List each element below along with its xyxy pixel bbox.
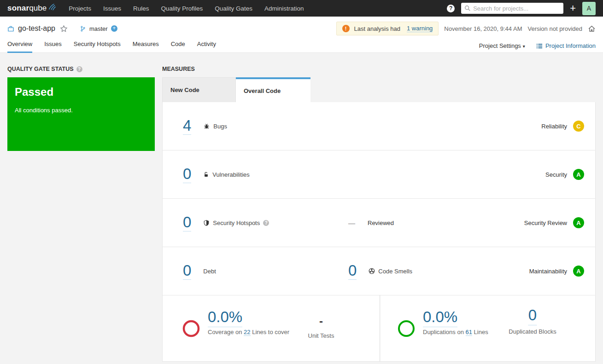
add-project-button[interactable]: +: [570, 3, 576, 13]
project-information-link[interactable]: Project Information: [536, 42, 596, 49]
shield-icon: [203, 220, 210, 226]
warning-icon: !: [342, 25, 350, 32]
tab-overall-code[interactable]: Overall Code: [236, 77, 310, 102]
duplicated-lines-link[interactable]: 61: [466, 329, 472, 336]
tab-overview[interactable]: Overview: [7, 40, 32, 53]
tab-activity[interactable]: Activity: [197, 40, 216, 53]
avatar[interactable]: A: [582, 2, 596, 15]
bugs-count-link[interactable]: 4: [183, 118, 191, 135]
quality-gate-help-icon[interactable]: ?: [76, 66, 82, 72]
lines-to-cover-link[interactable]: 22: [244, 329, 250, 336]
bugs-label: Bugs: [213, 123, 227, 130]
measures-panel: 4 Bugs Reliability C 0: [162, 102, 596, 362]
quality-gate-status-card: Passed All conditions passed.: [7, 77, 155, 151]
sonarqube-logo[interactable]: sonarqube: [7, 4, 56, 13]
menu-administration[interactable]: Administration: [264, 5, 304, 12]
coverage-percent-link[interactable]: 0.0%: [208, 308, 242, 327]
quality-gate-title-row: QUALITY GATE STATUS ?: [7, 64, 155, 74]
brand-bold: sonar: [7, 4, 29, 13]
maintainability-label: Maintainability: [529, 268, 567, 275]
menu-quality-profiles[interactable]: Quality Profiles: [161, 5, 203, 12]
measures-title-row: MEASURES: [162, 64, 596, 74]
maintainability-rating-badge[interactable]: A: [573, 266, 584, 277]
top-navbar: sonarqube Projects Issues Rules Quality …: [0, 0, 603, 17]
vulnerabilities-count-link[interactable]: 0: [183, 166, 191, 183]
project-settings-dropdown[interactable]: Project Settings▾: [479, 42, 525, 49]
code-smells-group: 0 Code Smells: [348, 263, 412, 280]
warning-link[interactable]: 1 warning: [407, 25, 433, 32]
hotspots-reviewed-group: — Reviewed: [348, 219, 394, 227]
branch-icon: [80, 25, 86, 32]
code-smells-icon: [369, 268, 375, 274]
help-icon[interactable]: ?: [447, 5, 455, 12]
tab-code[interactable]: Code: [171, 40, 185, 53]
measure-row-vulnerabilities: 0 Vulnerabilities Security A: [163, 150, 595, 199]
chevron-down-icon: ▾: [523, 44, 525, 49]
navbar-right: ? + A: [447, 2, 596, 15]
debt-label: Debt: [203, 268, 216, 275]
project-icon: [7, 25, 14, 32]
menu-rules[interactable]: Rules: [133, 5, 149, 12]
coverage-caption-suffix: Lines to cover: [252, 329, 289, 335]
security-review-rating-badge[interactable]: A: [573, 217, 584, 228]
measure-row-security-hotspots: 0 Security Hotspots ? — Reviewed Securit…: [163, 199, 595, 247]
branch-selector[interactable]: master +: [80, 25, 117, 32]
home-icon[interactable]: [588, 25, 596, 33]
project-tabs: Overview Issues Security Hotspots Measur…: [7, 40, 216, 53]
coverage-caption: Coverage on 22 Lines to cover: [208, 329, 289, 335]
project-settings-label: Project Settings: [479, 42, 521, 49]
coverage-ring-icon: [182, 319, 200, 338]
duplications-card: 0.0% Duplications on 61 Lines 0 Duplicat…: [381, 295, 595, 361]
sonar-waves-icon: [47, 3, 56, 11]
unit-tests-stat: - Unit Tests: [308, 316, 334, 339]
code-smells-count-link[interactable]: 0: [348, 263, 357, 280]
unit-tests-value: -: [308, 316, 334, 327]
brand-light: qube: [29, 4, 47, 13]
tab-measures[interactable]: Measures: [133, 40, 159, 53]
duplications-caption-prefix: Duplications on: [423, 329, 464, 335]
measures-tabs: New Code Overall Code: [162, 77, 596, 102]
debt-count-link[interactable]: 0: [183, 263, 191, 280]
version-text: Version not provided: [527, 25, 582, 32]
measure-row-maintainability: 0 Debt 0 Code Smells: [163, 247, 595, 295]
add-branch-icon[interactable]: +: [111, 25, 117, 32]
security-rating-badge[interactable]: A: [573, 169, 584, 180]
duplicated-blocks-label: Duplicated Blocks: [509, 328, 556, 335]
vulnerabilities-label: Vulnerabilities: [212, 171, 249, 178]
search-input[interactable]: [461, 3, 563, 14]
bug-icon: [203, 123, 210, 130]
duplications-percent-link[interactable]: 0.0%: [423, 308, 457, 327]
favorite-star-icon[interactable]: [60, 25, 68, 33]
coverage-card: 0.0% Coverage on 22 Lines to cover - Uni…: [163, 295, 381, 361]
unlock-icon: [203, 171, 209, 178]
code-smells-label: Code Smells: [378, 268, 412, 275]
quality-gate-message: All conditions passed.: [15, 107, 147, 114]
unit-tests-label: Unit Tests: [308, 332, 334, 339]
reviewed-label: Reviewed: [368, 220, 394, 226]
menu-issues[interactable]: Issues: [103, 5, 121, 12]
tab-new-code[interactable]: New Code: [162, 77, 236, 102]
reviewed-dash: —: [348, 219, 355, 227]
quality-gate-title: QUALITY GATE STATUS: [7, 66, 74, 72]
project-information-label: Project Information: [545, 42, 596, 49]
analysis-warning-banner: ! Last analysis had1 warning: [336, 22, 439, 35]
menu-quality-gates[interactable]: Quality Gates: [215, 5, 252, 12]
hotspots-count-link[interactable]: 0: [183, 214, 191, 231]
duplications-ring-icon: [397, 319, 416, 338]
project-name: go-test-app: [18, 24, 55, 33]
duplicated-blocks-stat: 0 Duplicated Blocks: [509, 307, 556, 335]
tab-issues[interactable]: Issues: [44, 40, 62, 53]
reliability-rating-badge[interactable]: C: [573, 121, 584, 132]
hotspots-help-icon[interactable]: ?: [263, 220, 269, 226]
main-menu: Projects Issues Rules Quality Profiles Q…: [69, 5, 304, 12]
duplications-caption-suffix: Lines: [474, 329, 488, 335]
reliability-label: Reliability: [541, 123, 567, 130]
duplicated-blocks-link[interactable]: 0: [528, 306, 537, 325]
measures-title: MEASURES: [162, 66, 195, 72]
tab-security-hotspots[interactable]: Security Hotspots: [74, 40, 121, 53]
list-icon: [536, 43, 543, 49]
coverage-caption-prefix: Coverage on: [208, 329, 242, 335]
measure-row-bugs: 4 Bugs Reliability C: [163, 102, 595, 150]
search-icon: [464, 5, 471, 12]
menu-projects[interactable]: Projects: [69, 5, 91, 12]
